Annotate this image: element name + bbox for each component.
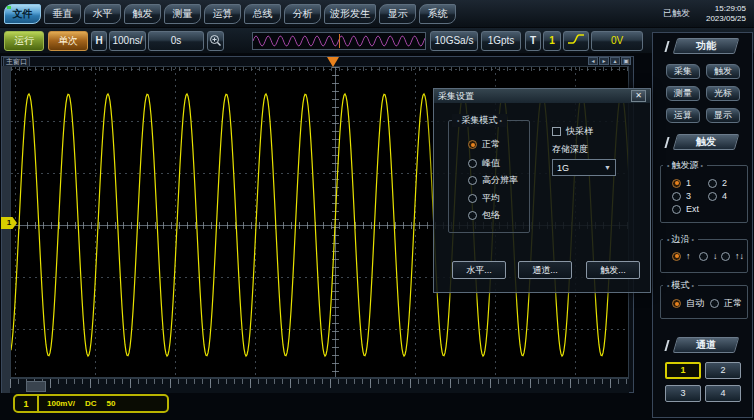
single-button[interactable]: 单次 (48, 31, 88, 51)
radio-mode-highres[interactable]: 高分辨率 (468, 174, 518, 187)
channel1-impedance: 50 (107, 399, 116, 408)
channel1-scale: 100mV/ (47, 399, 75, 408)
close-icon[interactable]: ✕ (631, 90, 646, 102)
scrollbar-thumb[interactable] (26, 381, 46, 392)
radio-edge-either[interactable]: ↑↓ (721, 251, 744, 261)
menu-item-wavegen[interactable]: 波形发生 (324, 4, 376, 24)
radio-icon (708, 192, 717, 201)
header-slash-icon (664, 340, 669, 351)
radio-source-1[interactable]: 1 (672, 178, 691, 188)
file-activity-indicator (7, 6, 11, 9)
acquisition-mode-label: 采集模式 (452, 114, 507, 127)
radio-edge-rising[interactable]: ↑ (672, 251, 691, 261)
radio-icon (468, 159, 477, 168)
sidebar-button-measure[interactable]: 测量 (666, 86, 700, 101)
radio-source-3[interactable]: 3 (672, 191, 691, 201)
horizontal-settings-button[interactable]: 水平... (452, 261, 506, 279)
radio-source-ext[interactable]: Ext (672, 204, 699, 214)
control-toolbar: 运行 单次 H 100ns/ 0s 10GSa/s 1Gpts T 1 (0, 28, 754, 54)
radio-mode-normal[interactable]: 正常 (468, 138, 500, 151)
sidebar-button-cursor[interactable]: 光标 (706, 86, 740, 101)
trigger-settings-button[interactable]: 触发... (586, 261, 640, 279)
menu-item-label: 文件 (13, 8, 33, 19)
menu-item-measure[interactable]: 测量 (164, 4, 201, 24)
menu-item-file[interactable]: 文件 (4, 4, 41, 24)
memory-depth-dropdown[interactable]: 1G ▼ (552, 159, 616, 176)
radio-source-4[interactable]: 4 (708, 191, 727, 201)
menu-item-vertical[interactable]: 垂直 (44, 4, 81, 24)
memory-depth-readout[interactable]: 1Gpts (481, 31, 521, 51)
header-slash-icon (664, 137, 669, 148)
sample-rate-readout[interactable]: 10GSa/s (430, 31, 478, 51)
radio-icon (672, 252, 681, 261)
radio-icon (708, 179, 717, 188)
menu-item-bus[interactable]: 总线 (244, 4, 281, 24)
radio-source-2[interactable]: 2 (708, 178, 727, 188)
trigger-section-header: 触发 (673, 134, 740, 150)
radio-label: 包络 (482, 209, 500, 222)
both-arrows-icon: ↑↓ (735, 251, 744, 261)
channel-section-header: 通道 (673, 337, 740, 353)
channel-2-button[interactable]: 2 (705, 362, 741, 379)
waveform-preview-strip[interactable] (252, 32, 426, 50)
menu-item-system[interactable]: 系统 (419, 4, 456, 24)
channel-4-button[interactable]: 4 (705, 385, 741, 402)
radio-icon (699, 252, 708, 261)
sidebar-button-display[interactable]: 显示 (706, 108, 740, 123)
channel-1-button[interactable]: 1 (665, 362, 701, 379)
clock: 15:29:05 2023/05/25 (706, 4, 746, 24)
radio-trigmode-auto[interactable]: 自动 (672, 297, 704, 310)
radio-edge-falling[interactable]: ↓ (699, 251, 718, 261)
dialog-titlebar[interactable]: 采集设置 ✕ (434, 89, 650, 103)
trigger-button[interactable]: T (525, 31, 541, 51)
header-slash-icon (664, 41, 669, 52)
sidebar-button-acquire[interactable]: 采集 (666, 64, 700, 79)
horizontal-button[interactable]: H (91, 31, 107, 51)
rising-edge-icon (566, 32, 586, 46)
trigger-slope-button[interactable] (563, 31, 589, 51)
trigger-level-readout[interactable]: 0V (591, 31, 643, 51)
window-control-left-icon[interactable]: ◂ (588, 57, 598, 65)
radio-trigmode-normal[interactable]: 正常 (710, 297, 742, 310)
trigger-position-marker-icon[interactable] (327, 57, 339, 67)
timebase-button[interactable]: 100ns/ (109, 31, 146, 51)
radio-icon (721, 252, 730, 261)
fast-sample-checkbox[interactable]: 快采样 (552, 125, 593, 138)
sidebar-button-math[interactable]: 运算 (666, 108, 700, 123)
channel-3-button[interactable]: 3 (665, 385, 701, 402)
control-sidebar: 功能 采集 触发 测量 光标 运算 显示 触发 触发源 1 2 3 4 (652, 32, 753, 418)
date-text: 2023/05/25 (706, 14, 746, 23)
radio-label: 2 (722, 178, 727, 188)
menu-item-analysis[interactable]: 分析 (284, 4, 321, 24)
radio-label: 自动 (686, 297, 704, 310)
radio-icon (672, 299, 681, 308)
sidebar-button-trigger[interactable]: 触发 (706, 64, 740, 79)
menu-item-math[interactable]: 运算 (204, 4, 241, 24)
trigger-source-readout[interactable]: 1 (543, 31, 561, 51)
checkbox-icon (552, 127, 561, 136)
window-control-up-icon[interactable]: ▴ (610, 57, 620, 65)
radio-label: 3 (686, 191, 691, 201)
memory-depth-label: 存储深度 (552, 143, 588, 156)
window-control-right-icon[interactable]: ▸ (599, 57, 609, 65)
radio-icon (468, 211, 477, 220)
channel-settings-button[interactable]: 通道... (518, 261, 572, 279)
radio-icon (710, 299, 719, 308)
dialog-title-text: 采集设置 (438, 90, 474, 103)
menu-bar: 文件 垂直 水平 触发 测量 运算 总线 分析 波形发生 显示 系统 已触发 1… (0, 0, 754, 28)
menu-item-horizontal[interactable]: 水平 (84, 4, 121, 24)
acquisition-settings-dialog: 采集设置 ✕ 采集模式 正常 峰值 高分辨率 平均 包络 快采样 存储 (433, 88, 651, 293)
window-control-maximize-icon[interactable]: ▣ (621, 57, 631, 65)
radio-mode-peak[interactable]: 峰值 (468, 157, 500, 170)
channel1-badge[interactable]: 1 100mV/ DC 50 (13, 394, 169, 413)
radio-mode-average[interactable]: 平均 (468, 192, 500, 205)
zoom-button[interactable] (207, 31, 224, 51)
horizontal-offset-button[interactable]: 0s (148, 31, 204, 51)
menu-item-display[interactable]: 显示 (379, 4, 416, 24)
preview-trigger-position-line (339, 34, 340, 48)
radio-label: 高分辨率 (482, 174, 518, 187)
horizontal-scrollbar[interactable] (10, 378, 629, 393)
run-button[interactable]: 运行 (4, 31, 44, 51)
menu-item-trigger[interactable]: 触发 (124, 4, 161, 24)
radio-mode-envelope[interactable]: 包络 (468, 209, 500, 222)
